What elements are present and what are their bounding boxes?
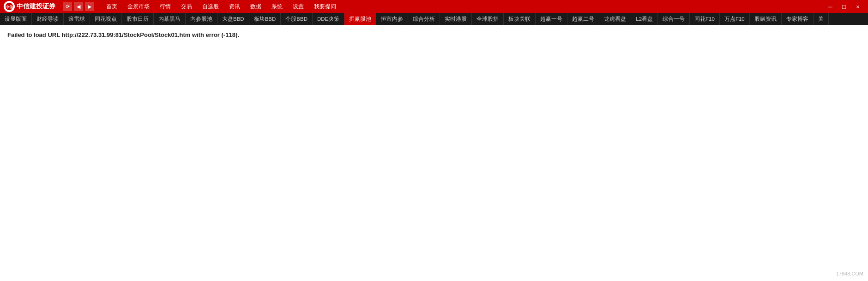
tab-item-14[interactable]: 实时港股 [440, 13, 472, 25]
logo-icon: 中信 [4, 1, 15, 12]
tab-item-18[interactable]: 超赢二号 [567, 13, 599, 25]
tab-item-2[interactable]: 滚雷球 [64, 13, 90, 25]
content-area: Failed to load URL http://222.73.31.99:8… [0, 25, 868, 274]
tab-item-8[interactable]: 板块BBD [249, 13, 281, 25]
tab-item-22[interactable]: 同花F10 [690, 13, 720, 25]
toolbar-icons: ⟳ ◀ ▶ [63, 2, 94, 11]
nav-market[interactable]: 全景市场 [123, 2, 154, 12]
nav-quotes[interactable]: 行情 [155, 2, 175, 12]
tab-item-17[interactable]: 超赢一号 [536, 13, 567, 25]
brand-name: 中信建投证券 [17, 2, 55, 11]
tab-item-1[interactable]: 财经导读 [32, 13, 64, 25]
tab-item-5[interactable]: 内幕黑马 [154, 13, 186, 25]
tab-item-12[interactable]: 恒富内参 [376, 13, 408, 25]
nav-system[interactable]: 系统 [267, 2, 287, 12]
nav-home[interactable]: 首页 [102, 2, 122, 12]
tab-item-15[interactable]: 全球股指 [472, 13, 504, 25]
nav-data[interactable]: 数据 [246, 2, 266, 12]
tabs-bar: 设显版面财经导读滚雷球同花视点股市日历内幕黑马内参股池大盘BBD板块BBD个股B… [0, 13, 868, 25]
nav-news[interactable]: 资讯 [224, 2, 245, 12]
tab-item-6[interactable]: 内参股池 [186, 13, 217, 25]
icon-refresh[interactable]: ⟳ [63, 2, 72, 11]
window-controls: ─ □ × [824, 1, 864, 12]
tab-item-25[interactable]: 专家博客 [782, 13, 814, 25]
nav-trade[interactable]: 交易 [176, 2, 197, 12]
nav-help[interactable]: 我要提问 [309, 2, 341, 12]
error-message: Failed to load URL http://222.73.31.99:8… [7, 30, 861, 40]
close-button[interactable]: × [851, 1, 864, 12]
tab-item-23[interactable]: 万点F10 [720, 13, 750, 25]
tab-item-16[interactable]: 板块关联 [504, 13, 536, 25]
tab-item-24[interactable]: 股融资讯 [750, 13, 782, 25]
tab-item-11[interactable]: 掘赢股池 [344, 13, 376, 25]
svg-text:中信: 中信 [6, 5, 13, 9]
logo-area: 中信 中信建投证券 [4, 1, 55, 12]
main-nav: 首页 全景市场 行情 交易 自选股 资讯 数据 系统 设置 我要提问 [102, 2, 824, 12]
watermark: 17848.COM [836, 271, 863, 274]
tab-item-4[interactable]: 股市日历 [122, 13, 154, 25]
tab-item-0[interactable]: 设显版面 [0, 13, 32, 25]
title-bar: 中信 中信建投证券 ⟳ ◀ ▶ 首页 全景市场 行情 交易 自选股 资讯 数据 … [0, 0, 868, 13]
maximize-button[interactable]: □ [838, 1, 850, 12]
tab-item-19[interactable]: 龙虎看盘 [599, 13, 631, 25]
nav-settings[interactable]: 设置 [288, 2, 308, 12]
tab-item-20[interactable]: L2看盘 [631, 13, 658, 25]
nav-watchlist[interactable]: 自选股 [198, 2, 223, 12]
icon-back[interactable]: ◀ [74, 2, 83, 11]
tab-item-9[interactable]: 个股BBD [281, 13, 313, 25]
tab-item-3[interactable]: 同花视点 [90, 13, 122, 25]
tab-item-21[interactable]: 综合一号 [658, 13, 690, 25]
tab-item-7[interactable]: 大盘BBD [217, 13, 249, 25]
minimize-button[interactable]: ─ [824, 1, 837, 12]
tab-item-10[interactable]: DDE决策 [313, 13, 344, 25]
tab-item-26[interactable]: 关 [814, 13, 829, 25]
icon-forward[interactable]: ▶ [85, 2, 94, 11]
tab-item-13[interactable]: 综合分析 [408, 13, 440, 25]
